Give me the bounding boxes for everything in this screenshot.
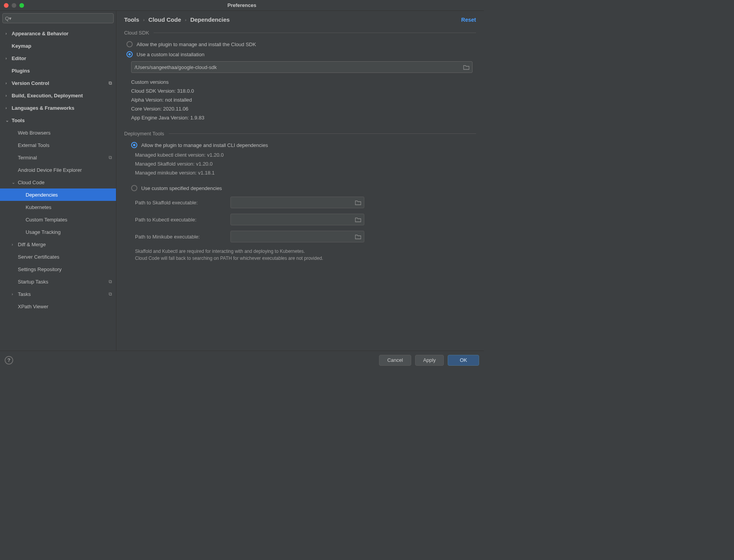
radio-manage-cli[interactable]: Allow the plugin to manage and install C… <box>131 142 476 148</box>
sdk-version-info: Custom versions Cloud SDK Version: 318.0… <box>131 79 476 121</box>
versions-header: Custom versions <box>131 79 476 85</box>
sidebar-item-label: Tasks <box>18 291 109 297</box>
sidebar-item-label: Dependencies <box>26 192 112 198</box>
project-scope-icon: ⧉ <box>109 291 112 297</box>
reset-link[interactable]: Reset <box>461 17 476 23</box>
radio-checked-icon <box>126 51 133 57</box>
sidebar-item-custom-templates[interactable]: Custom Templates <box>0 213 116 226</box>
folder-icon[interactable] <box>355 200 361 205</box>
sdk-path-field[interactable] <box>131 61 473 73</box>
sidebar-item-languages-frameworks[interactable]: ›Languages & Frameworks <box>0 102 116 114</box>
radio-manage-sdk[interactable]: Allow the plugin to manage and install t… <box>126 41 476 47</box>
sidebar-item-label: Android Device File Explorer <box>18 167 112 173</box>
chevron-down-icon: ⌄ <box>12 180 17 185</box>
folder-icon[interactable] <box>355 217 361 222</box>
sidebar-item-label: Keymap <box>12 43 112 49</box>
sidebar-item-diff-merge[interactable]: ›Diff & Merge <box>0 238 116 251</box>
chevron-right-icon: › <box>12 292 17 296</box>
radio-custom-cli[interactable]: Use custom specified dependencies <box>131 185 476 191</box>
radio-icon <box>131 185 137 191</box>
sidebar-item-label: Plugins <box>12 68 112 74</box>
section-label: Cloud SDK <box>124 30 149 36</box>
version-line: Core Version: 2020.11.06 <box>131 106 476 112</box>
sidebar-item-plugins[interactable]: Plugins <box>0 64 116 77</box>
apply-button[interactable]: Apply <box>415 355 444 366</box>
project-scope-icon: ⧉ <box>109 155 112 160</box>
sidebar-item-label: Server Certificates <box>18 254 112 260</box>
dialog-footer: ? Cancel Apply OK <box>0 351 484 369</box>
executable-path-field[interactable] <box>230 197 364 208</box>
sidebar-item-cloud-code[interactable]: ⌄Cloud Code <box>0 176 116 188</box>
sidebar-item-terminal[interactable]: Terminal⧉ <box>0 151 116 164</box>
sidebar-item-web-browsers[interactable]: Web Browsers <box>0 126 116 139</box>
sidebar-item-label: Custom Templates <box>26 217 112 223</box>
executable-path-row: Path to Kubectl executable: <box>135 214 476 225</box>
executable-path-field[interactable] <box>230 231 364 242</box>
help-icon[interactable]: ? <box>5 356 13 365</box>
ok-button[interactable]: OK <box>448 355 479 366</box>
sidebar-item-appearance-behavior[interactable]: ›Appearance & Behavior <box>0 27 116 40</box>
folder-icon[interactable] <box>355 234 361 239</box>
sidebar-item-label: Version Control <box>12 80 109 86</box>
executable-path-field[interactable] <box>230 214 364 225</box>
sidebar-item-server-certificates[interactable]: Server Certificates <box>0 251 116 263</box>
sidebar-item-editor[interactable]: ›Editor <box>0 52 116 64</box>
version-line: Cloud SDK Version: 318.0.0 <box>131 88 476 94</box>
chevron-right-icon: › <box>5 105 11 110</box>
radio-label: Use custom specified dependencies <box>141 185 222 191</box>
sidebar-item-label: Startup Tasks <box>18 279 109 285</box>
executable-path-input[interactable] <box>234 234 351 240</box>
radio-custom-sdk[interactable]: Use a custom local installation <box>126 51 476 57</box>
folder-icon[interactable] <box>463 64 469 70</box>
search-input-wrap[interactable]: Q▾ <box>2 13 114 23</box>
traffic-lights <box>0 3 24 8</box>
sidebar-item-label: External Tools <box>18 142 112 148</box>
sidebar-item-tools[interactable]: ⌄Tools <box>0 114 116 126</box>
sidebar-item-settings-repository[interactable]: Settings Repository <box>0 263 116 275</box>
section-label: Deployment Tools <box>124 131 164 137</box>
sidebar-item-label: Editor <box>12 55 112 61</box>
window-minimize-button[interactable] <box>12 3 16 8</box>
sidebar-item-tasks[interactable]: ›Tasks⧉ <box>0 288 116 300</box>
window-title: Preferences <box>227 2 256 8</box>
sidebar-item-xpath-viewer[interactable]: XPath Viewer <box>0 300 116 313</box>
section-cloud-sdk-header: Cloud SDK <box>124 30 476 36</box>
sidebar-item-startup-tasks[interactable]: Startup Tasks⧉ <box>0 275 116 288</box>
radio-label: Allow the plugin to manage and install t… <box>137 41 256 47</box>
sidebar-item-version-control[interactable]: ›Version Control⧉ <box>0 77 116 89</box>
breadcrumb-item[interactable]: Cloud Code <box>149 16 181 23</box>
sidebar-item-keymap[interactable]: Keymap <box>0 40 116 52</box>
sidebar-item-dependencies[interactable]: Dependencies <box>0 188 116 201</box>
sdk-path-input[interactable] <box>135 64 460 70</box>
sidebar-item-label: Usage Tracking <box>26 229 112 235</box>
chevron-right-icon: › <box>5 56 11 60</box>
sidebar-item-label: XPath Viewer <box>18 304 112 309</box>
search-input[interactable] <box>14 16 111 21</box>
sidebar-item-build-execution-deployment[interactable]: ›Build, Execution, Deployment <box>0 89 116 102</box>
window-close-button[interactable] <box>4 3 9 8</box>
project-scope-icon: ⧉ <box>109 279 112 284</box>
search-icon: Q▾ <box>5 16 12 21</box>
executable-path-input[interactable] <box>234 217 351 223</box>
footnote: Skaffold and Kubectl are required for in… <box>135 248 476 262</box>
window-zoom-button[interactable] <box>19 3 24 8</box>
sidebar-item-label: Diff & Merge <box>18 242 112 247</box>
sidebar-item-label: Appearance & Behavior <box>12 31 112 36</box>
project-scope-icon: ⧉ <box>109 80 112 86</box>
breadcrumb-item[interactable]: Tools <box>124 16 139 23</box>
settings-tree: ›Appearance & BehaviorKeymap›EditorPlugi… <box>0 26 116 351</box>
sidebar-item-android-device-file-explorer[interactable]: Android Device File Explorer <box>0 164 116 176</box>
sidebar-item-usage-tracking[interactable]: Usage Tracking <box>0 226 116 238</box>
radio-label: Use a custom local installation <box>137 52 204 57</box>
divider <box>154 33 476 33</box>
sidebar-item-external-tools[interactable]: External Tools <box>0 139 116 151</box>
radio-icon <box>126 41 133 47</box>
section-deployment-tools-header: Deployment Tools <box>124 131 476 137</box>
sidebar-item-kubernetes[interactable]: Kubernetes <box>0 201 116 213</box>
managed-line: Managed kubectl client version: v1.20.0 <box>135 152 476 158</box>
sidebar-item-label: Kubernetes <box>26 204 112 210</box>
cancel-button[interactable]: Cancel <box>379 355 411 366</box>
executable-path-input[interactable] <box>234 200 351 206</box>
chevron-right-icon: › <box>5 81 11 85</box>
radio-label: Allow the plugin to manage and install C… <box>141 142 268 148</box>
